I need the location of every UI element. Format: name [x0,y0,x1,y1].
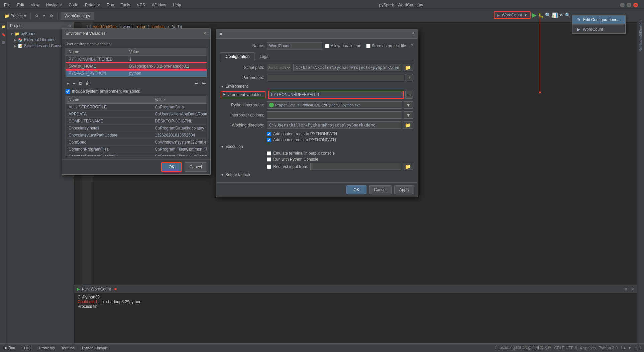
add-env-var-button[interactable]: + [66,80,70,86]
run-panel-close[interactable]: ✕ [631,287,634,291]
project-icon[interactable]: 📁 [1,23,7,29]
menu-tools[interactable]: Tools [119,2,131,8]
include-system-checkbox[interactable] [66,89,70,94]
structure-right-icon[interactable]: Structure [638,23,644,29]
maximize-button[interactable]: □ [627,3,631,7]
menu-refactor[interactable]: Refactor [84,2,101,8]
menu-vcs[interactable]: VCS [135,2,146,8]
build-button[interactable]: ⚙ [33,13,40,19]
add-source-roots-check[interactable]: Add source roots to PYTHONPATH [267,138,413,142]
table-row[interactable]: COMPUTERNAMEDESKTOP-3GIG7NL [66,118,207,125]
menu-code[interactable]: Code [67,2,80,8]
run-panel-settings[interactable]: ⚙ [624,287,628,291]
run-button[interactable]: ▶ [532,11,537,19]
menu-run[interactable]: Run [105,2,115,8]
run-python-console-checkbox[interactable] [267,157,271,162]
env-dialog-close[interactable]: ✕ [203,31,207,36]
debug-button[interactable]: 🐛 [538,12,544,18]
env-vars-input[interactable] [268,91,404,99]
menu-edit[interactable]: Edit [16,2,25,8]
run-config-close-btn[interactable]: ✕ [219,32,223,36]
table-row[interactable]: ALLUSERSPROFILEC:\ProgramData [66,104,207,111]
table-row[interactable]: PYSPARK_PYTHON python [66,70,207,77]
redirect-input-field[interactable] [310,163,401,170]
menu-edit-configurations[interactable]: ✎ Edit Configurations... [572,16,625,24]
bottom-problems-button[interactable]: Problems [37,345,57,351]
run-python-console-check[interactable]: Run with Python Console [267,157,413,162]
more-button[interactable]: ≫ [559,13,563,17]
redo-button[interactable]: ↪ [201,80,207,86]
table-row[interactable]: ChocolateyLastPathUpdate1326262018135525… [66,132,207,139]
menu-view[interactable]: View [29,2,41,8]
run-config-ok-button[interactable]: OK [346,185,366,194]
table-row[interactable]: ComSpecC:\Windows\system32\cmd.exe [66,139,207,146]
config-help-icon[interactable]: ? [411,43,413,48]
working-dir-input[interactable] [267,121,401,129]
env-cancel-button[interactable]: Cancel [185,162,207,172]
minimize-button[interactable]: — [620,3,625,7]
run-config-widget[interactable]: ▶ WordCount ▼ [494,11,531,19]
emulate-terminal-checkbox[interactable] [267,151,271,156]
profiler-button[interactable]: 📊 [552,12,558,18]
run-config-cancel-button[interactable]: Cancel [369,185,392,194]
close-button[interactable]: ✕ [633,3,638,7]
table-row[interactable]: PYTHONUNBUFFERED 1 [66,56,207,63]
search-button[interactable]: 🔍 [565,12,570,18]
table-row[interactable]: ChocolateyInstallC:\ProgramData\chocolat… [66,125,207,132]
allow-parallel-check[interactable]: Allow parallel run [325,43,361,48]
add-content-checkbox[interactable] [267,132,271,136]
table-row[interactable]: APPDATAC:\Users\killer\AppData\Roaming [66,111,207,118]
run-config-dropdown-arrow[interactable]: ▼ [524,13,527,17]
format-button[interactable]: ≡ [41,13,47,19]
table-row[interactable]: CommonProgramFiles(x86)C:\Program Files … [66,153,207,156]
before-launch-section-header[interactable]: ▼ Before launch [221,172,413,177]
add-content-roots-check[interactable]: Add content roots to PYTHONPATH [267,131,413,136]
table-row[interactable]: SPARK_HOME D:/app/spark-3.0.2-bin-hadoop… [66,63,207,70]
menu-navigate[interactable]: Navigate [45,2,63,8]
redirect-input-checkbox[interactable] [267,165,271,169]
tab-logs[interactable]: Logs [254,52,273,61]
emulate-terminal-check[interactable]: Emulate terminal in output console [267,151,413,156]
interpreter-display[interactable]: Project Default (Python 3.9) C:\Python39… [267,101,402,109]
user-env-table-container[interactable]: Name Value PYTHONUNBUFFERED 1 SPARK_HOME… [66,48,207,77]
add-source-checkbox[interactable] [267,138,271,142]
bottom-todo-button[interactable]: TODO [20,345,34,351]
store-project-check[interactable]: Store as project file [366,43,406,48]
env-vars-browse[interactable]: ⊞ [405,91,413,99]
bottom-terminal-button[interactable]: Terminal [59,345,77,351]
system-env-table-container[interactable]: Name Value ALLUSERSPROFILEC:\ProgramData… [66,96,207,156]
script-path-browse[interactable]: 📁 [403,64,413,71]
copy-env-var-button[interactable]: ⧉ [78,80,83,86]
undo-button[interactable]: ↩ [194,80,200,86]
environment-section-header[interactable]: ▼ Environment [221,84,413,89]
redirect-browse[interactable]: 📁 [403,163,413,170]
delete-env-var-button[interactable]: 🗑 [84,80,91,86]
bottom-run-button[interactable]: ▶ Run [3,345,17,351]
env-ok-button[interactable]: OK [161,162,182,172]
run-stop-icon[interactable]: ■ [114,287,117,291]
project-panel-settings[interactable]: ⚙ [68,24,71,28]
script-path-input[interactable] [293,64,401,71]
parameters-input[interactable] [267,74,404,81]
menu-bar[interactable]: File Edit View Navigate Code Refactor Ru… [3,2,182,8]
working-dir-browse[interactable]: 📁 [403,121,413,129]
store-project-checkbox[interactable] [366,44,370,48]
script-type-select[interactable]: Script path [267,64,291,71]
notifications-icon[interactable]: Notifications [638,39,644,46]
bookmark-icon[interactable]: 🔖 [1,31,7,37]
structure-icon[interactable]: ☰ [1,39,7,46]
run-config-apply-button[interactable]: Apply [394,185,414,194]
redirect-input-check[interactable]: Redirect input from: [267,164,308,169]
file-tab[interactable]: WordCount.py [61,12,94,20]
include-system-row[interactable]: Include system environment variables: [66,89,207,94]
execution-section-header[interactable]: ▼ Execution [221,144,413,149]
menu-window[interactable]: Window [150,2,168,8]
project-dropdown[interactable]: 📁 Project ▾ [3,13,28,19]
run-play-small[interactable]: ▶ [77,287,80,291]
tab-configuration[interactable]: Configuration [221,52,254,61]
remove-env-var-button[interactable]: − [72,80,76,86]
coverage-button[interactable]: 🔍 [545,12,551,18]
menu-help[interactable]: Help [172,2,183,8]
settings-icon[interactable]: ⚙ [48,13,55,19]
window-controls[interactable]: — □ ✕ [620,3,638,7]
